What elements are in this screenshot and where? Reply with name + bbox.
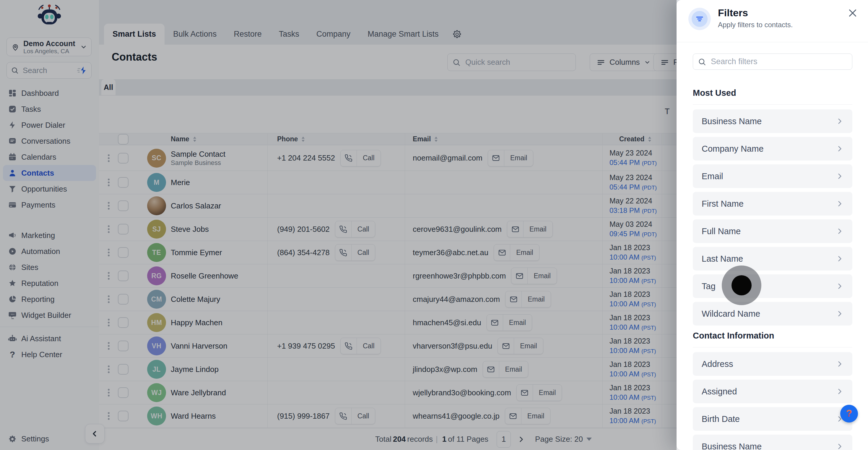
filter-item-company-name[interactable]: Company Name — [693, 137, 852, 161]
sidebar-item-payments[interactable]: Payments — [0, 197, 99, 213]
filter-item-tag[interactable]: Tag — [693, 274, 852, 298]
sidebar-item-reporting[interactable]: Reporting — [0, 291, 99, 307]
call-button[interactable]: Call — [335, 244, 375, 261]
sidebar-item-opportunities[interactable]: Opportunities — [0, 181, 99, 197]
row-menu-icon[interactable] — [108, 249, 110, 256]
email-button[interactable]: Email — [505, 408, 551, 424]
filter-item-first-name[interactable]: First Name — [693, 192, 852, 216]
row-menu-icon[interactable] — [108, 272, 110, 280]
row-checkbox[interactable] — [118, 153, 128, 164]
email-button[interactable]: Email — [488, 150, 533, 166]
help-button[interactable]: ? — [840, 405, 858, 422]
sidebar-item-settings[interactable]: Settings — [8, 434, 49, 444]
email-button[interactable]: Email — [487, 314, 532, 331]
sidebar-item-help-center[interactable]: ?Help Center — [0, 346, 99, 363]
filters-search-input[interactable] — [710, 57, 847, 66]
email-button[interactable]: Email — [483, 361, 529, 377]
row-checkbox[interactable] — [118, 271, 128, 281]
filters-search[interactable] — [693, 54, 852, 70]
tab-tasks[interactable]: Tasks — [270, 24, 308, 45]
column-header-name[interactable]: Name — [145, 133, 267, 145]
filter-item-address[interactable]: Address — [693, 352, 852, 376]
filter-item-business-name[interactable]: Business Name — [693, 109, 852, 133]
sidebar-item-power-dialer[interactable]: Power Dialer — [0, 117, 99, 133]
quick-search-input[interactable] — [465, 57, 571, 67]
close-icon[interactable] — [847, 8, 858, 18]
sidebar-item-calendars[interactable]: Calendars — [0, 149, 99, 165]
tab-restore[interactable]: Restore — [225, 24, 270, 45]
tab-smart-lists[interactable]: Smart Lists — [104, 24, 164, 45]
email-button[interactable]: Email — [511, 268, 557, 284]
row-menu-icon[interactable] — [108, 342, 110, 350]
call-button[interactable]: Call — [335, 221, 375, 237]
filter-item-full-name[interactable]: Full Name — [693, 219, 852, 243]
email-button[interactable]: Email — [517, 384, 562, 401]
contact-name[interactable]: Ware Jellybrand — [171, 388, 226, 397]
row-menu-icon[interactable] — [108, 319, 110, 327]
contact-name[interactable]: Steve Jobs — [171, 225, 209, 233]
contact-name[interactable]: Roselle Greenhowe — [171, 272, 238, 280]
sidebar-item-dashboard[interactable]: Dashboard — [0, 85, 99, 101]
row-checkbox[interactable] — [118, 364, 128, 374]
row-checkbox[interactable] — [118, 247, 128, 258]
row-menu-icon[interactable] — [108, 365, 110, 373]
row-checkbox[interactable] — [118, 411, 128, 421]
contact-name[interactable]: Merie — [171, 178, 190, 187]
contact-name[interactable]: Colette Majury — [171, 295, 220, 304]
sidebar-search-input[interactable] — [22, 66, 77, 76]
call-button[interactable]: Call — [335, 408, 375, 424]
row-menu-icon[interactable] — [108, 178, 110, 186]
sidebar-item-automation[interactable]: Automation — [0, 243, 99, 259]
row-menu-icon[interactable] — [108, 296, 110, 303]
sidebar-item-sites[interactable]: Sites — [0, 259, 99, 275]
row-menu-icon[interactable] — [108, 154, 110, 162]
row-checkbox[interactable] — [118, 177, 128, 188]
sidebar-item-tasks[interactable]: Tasks — [0, 101, 99, 117]
quick-search[interactable] — [447, 54, 576, 71]
row-checkbox[interactable] — [118, 341, 128, 351]
row-checkbox[interactable] — [118, 317, 128, 328]
next-page-icon[interactable] — [517, 435, 525, 443]
tab-manage-smart-lists[interactable]: Manage Smart Lists — [359, 24, 447, 45]
filter-item-wildcard-name[interactable]: Wildcard Name — [693, 302, 852, 326]
page-size-select[interactable]: Page Size: 20 — [535, 434, 592, 444]
sidebar-item-reputation[interactable]: Reputation — [0, 275, 99, 291]
contact-name[interactable]: Happy Machen — [171, 318, 222, 327]
row-checkbox[interactable] — [118, 387, 128, 398]
quick-actions-bolt-icon[interactable] — [77, 66, 87, 75]
call-button[interactable]: Call — [340, 338, 381, 354]
row-checkbox[interactable] — [118, 224, 128, 234]
tab-company[interactable]: Company — [308, 24, 359, 45]
sidebar-item-marketing[interactable]: Marketing — [0, 227, 99, 243]
column-header-email[interactable]: Email — [405, 133, 602, 145]
filter-item-business-name[interactable]: Business Name — [693, 434, 852, 450]
column-header-created[interactable]: Created — [602, 133, 662, 145]
sidebar-item-widget-builder[interactable]: Widget Builder — [0, 307, 99, 323]
column-header-phone[interactable]: Phone — [267, 133, 405, 145]
smart-list-tab-all[interactable]: All — [101, 79, 116, 95]
row-menu-icon[interactable] — [108, 202, 110, 209]
sidebar-collapse-button[interactable] — [85, 424, 104, 444]
sidebar-item-contacts[interactable]: Contacts — [3, 165, 96, 181]
row-checkbox[interactable] — [118, 200, 128, 211]
sidebar-item-conversations[interactable]: Conversations — [0, 133, 99, 149]
contact-name[interactable]: Carlos Salazar — [171, 201, 221, 210]
row-menu-icon[interactable] — [108, 225, 110, 233]
contact-name[interactable]: Ward Hearns — [171, 412, 216, 420]
sidebar-item-ai-assistant[interactable]: Ai Assistant — [0, 331, 99, 346]
contact-name[interactable]: Tommie Eymer — [171, 248, 222, 257]
contact-name[interactable]: Vanni Harverson — [171, 341, 227, 350]
smart-list-settings-gear-icon[interactable] — [452, 24, 462, 45]
row-menu-icon[interactable] — [108, 389, 110, 396]
tab-bulk-actions[interactable]: Bulk Actions — [164, 24, 225, 45]
email-button[interactable]: Email — [498, 338, 543, 354]
filter-item-birth-date[interactable]: Birth Date — [693, 407, 852, 431]
filter-item-last-name[interactable]: Last Name — [693, 247, 852, 271]
account-switcher[interactable]: Demo Account Los Angeles, CA — [6, 37, 92, 56]
row-checkbox[interactable] — [118, 294, 128, 305]
email-button[interactable]: Email — [494, 244, 539, 261]
email-button[interactable]: Email — [505, 291, 551, 308]
email-button[interactable]: Email — [507, 221, 553, 237]
filter-item-email[interactable]: Email — [693, 164, 852, 188]
contact-name[interactable]: Jayme Lindop — [171, 365, 219, 374]
